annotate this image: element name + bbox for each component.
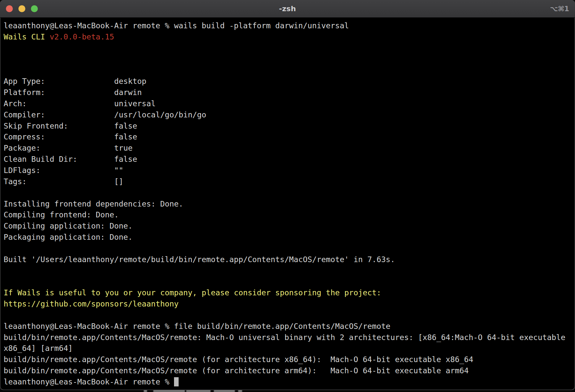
terminal-line bbox=[4, 309, 575, 321]
terminal-line bbox=[4, 243, 575, 254]
terminal-line: Tags: [] bbox=[4, 176, 575, 187]
terminal-line bbox=[4, 42, 575, 54]
terminal-line: Package: true bbox=[4, 142, 575, 154]
terminal-text-segment: build/bin/remote.app/Contents/MacOS/remo… bbox=[4, 366, 469, 375]
terminal-text-segment: leaanthony@Leas-MacBook-Air remote % bbox=[4, 377, 174, 386]
terminal-text-segment: Package: true bbox=[4, 143, 133, 152]
terminal-text-segment: Skip Frontend: false bbox=[4, 121, 137, 130]
background-window-sliver bbox=[0, 390, 575, 392]
terminal-text-segment: Wails CLI bbox=[4, 32, 50, 41]
terminal-line: If Wails is useful to you or your compan… bbox=[4, 287, 575, 298]
terminal-line: build/bin/remote.app/Contents/MacOS/remo… bbox=[4, 354, 575, 365]
terminal-cursor bbox=[174, 377, 179, 386]
terminal-line bbox=[4, 54, 575, 65]
terminal-text-segment: build/bin/remote.app/Contents/MacOS/remo… bbox=[4, 355, 473, 364]
background-blur-mark bbox=[144, 390, 147, 392]
terminal-line: App Type: desktop bbox=[4, 76, 575, 87]
terminal-line: leaanthony@Leas-MacBook-Air remote % wai… bbox=[4, 20, 575, 31]
terminal-lines: leaanthony@Leas-MacBook-Air remote % wai… bbox=[4, 20, 575, 387]
terminal-line: Clean Build Dir: false bbox=[4, 154, 575, 165]
terminal-text-segment: Installing frontend dependencies: Done. bbox=[4, 199, 183, 208]
terminal-line: x86_64] [arm64] bbox=[4, 343, 575, 354]
terminal-text-segment: If Wails is useful to you or your compan… bbox=[4, 288, 381, 297]
terminal-line: Compiler: /usr/local/go/bin/go bbox=[4, 109, 575, 120]
terminal-line: https://github.com/sponsors/leaanthony bbox=[4, 298, 575, 309]
terminal-text-segment: Arch: universal bbox=[4, 99, 156, 108]
terminal-text-segment: https://github.com/sponsors/leaanthony bbox=[4, 299, 179, 308]
terminal-text-segment: Built '/Users/leaanthony/remote/build/bi… bbox=[4, 255, 395, 264]
terminal-text-segment: leaanthony@Leas-MacBook-Air remote % fil… bbox=[4, 322, 390, 331]
background-blur-mark bbox=[238, 390, 242, 392]
terminal-content[interactable]: leaanthony@Leas-MacBook-Air remote % wai… bbox=[0, 18, 575, 387]
terminal-line: LDFlags: "" bbox=[4, 165, 575, 176]
terminal-line: Arch: universal bbox=[4, 98, 575, 109]
terminal-text-segment: Compiling application: Done. bbox=[4, 221, 133, 230]
terminal-line: leaanthony@Leas-MacBook-Air remote % fil… bbox=[4, 321, 575, 332]
tab-shortcut-badge: ⌥⌘1 bbox=[550, 0, 569, 17]
background-blur-mark bbox=[153, 390, 185, 392]
terminal-line: Platform: darwin bbox=[4, 87, 575, 98]
window-title: -zsh bbox=[0, 0, 575, 17]
terminal-line: leaanthony@Leas-MacBook-Air remote % bbox=[4, 376, 575, 387]
terminal-line: build/bin/remote.app/Contents/MacOS/remo… bbox=[4, 365, 575, 376]
terminal-text-segment: build/bin/remote.app/Contents/MacOS/remo… bbox=[4, 333, 565, 342]
background-blur-mark bbox=[214, 390, 235, 392]
terminal-text-segment: LDFlags: "" bbox=[4, 166, 123, 175]
terminal-text-segment: Clean Build Dir: false bbox=[4, 155, 137, 163]
terminal-text-segment: v2.0.0-beta.15 bbox=[50, 32, 114, 41]
titlebar[interactable]: -zsh ⌥⌘1 bbox=[0, 0, 575, 18]
terminal-line: Compiling application: Done. bbox=[4, 220, 575, 232]
terminal-text-segment: Platform: darwin bbox=[4, 88, 142, 97]
background-blur-mark bbox=[186, 390, 211, 392]
terminal-line: build/bin/remote.app/Contents/MacOS/remo… bbox=[4, 332, 575, 343]
terminal-window: -zsh ⌥⌘1 leaanthony@Leas-MacBook-Air rem… bbox=[0, 0, 575, 390]
terminal-line bbox=[4, 187, 575, 198]
terminal-line bbox=[4, 64, 575, 76]
terminal-text-segment: Packaging application: Done. bbox=[4, 233, 133, 241]
terminal-line: Wails CLI v2.0.0-beta.15 bbox=[4, 31, 575, 42]
terminal-line: Compiling frontend: Done. bbox=[4, 209, 575, 220]
terminal-line: Compress: false bbox=[4, 131, 575, 142]
terminal-text-segment: leaanthony@Leas-MacBook-Air remote % wai… bbox=[4, 21, 349, 30]
terminal-line: Skip Frontend: false bbox=[4, 120, 575, 132]
terminal-text-segment: Compiling frontend: Done. bbox=[4, 210, 119, 219]
terminal-line: Packaging application: Done. bbox=[4, 232, 575, 243]
terminal-text-segment: App Type: desktop bbox=[4, 77, 146, 86]
terminal-line: Built '/Users/leaanthony/remote/build/bi… bbox=[4, 254, 575, 265]
terminal-text-segment: Compiler: /usr/local/go/bin/go bbox=[4, 110, 206, 119]
terminal-line bbox=[4, 265, 575, 276]
terminal-line bbox=[4, 276, 575, 287]
terminal-text-segment: x86_64] [arm64] bbox=[4, 344, 73, 353]
terminal-text-segment: Tags: [] bbox=[4, 177, 123, 186]
terminal-line: Installing frontend dependencies: Done. bbox=[4, 198, 575, 209]
terminal-text-segment: Compress: false bbox=[4, 132, 137, 141]
